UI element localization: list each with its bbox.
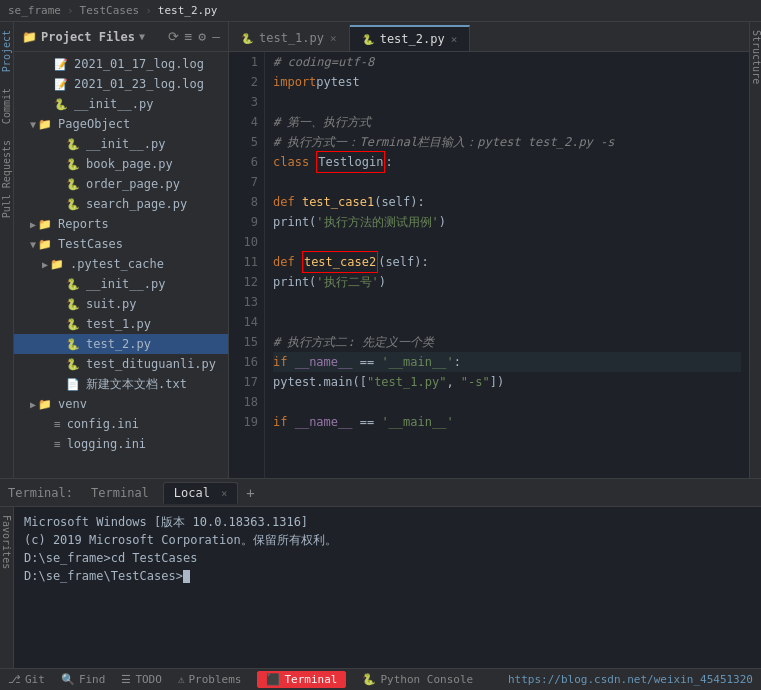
code-line-5[interactable]: # 执行方式一：Terminal栏目输入：pytest test_2.py -s bbox=[273, 132, 741, 152]
tab-test1[interactable]: 🐍 test_1.py × bbox=[229, 25, 350, 51]
code-line-1[interactable]: # coding=utf-8 bbox=[273, 52, 741, 72]
python-console-status[interactable]: 🐍 Python Console bbox=[362, 673, 473, 686]
tree-item-log1[interactable]: 📝2021_01_17_log.log bbox=[14, 54, 228, 74]
tab-test1-label: test_1.py bbox=[259, 31, 324, 45]
code-line-9[interactable]: print('执行方法的测试用例') bbox=[273, 212, 741, 232]
panel-tab-terminal[interactable]: Terminal bbox=[81, 483, 159, 503]
code-line-3[interactable] bbox=[273, 92, 741, 112]
terminal-status[interactable]: ⬛ Terminal bbox=[257, 671, 346, 688]
tree-arrow-pytest_cache: ▶ bbox=[42, 259, 48, 270]
tree-item-book[interactable]: 🐍book_page.py bbox=[14, 154, 228, 174]
code-line-4[interactable]: # 第一、执行方式 bbox=[273, 112, 741, 132]
line-numbers: 12345678910111213141516171819 bbox=[229, 52, 265, 478]
tree-item-config[interactable]: ≡config.ini bbox=[14, 414, 228, 434]
code-line-19[interactable]: if __name__ == '__main__' bbox=[273, 412, 741, 432]
code-line-18[interactable] bbox=[273, 392, 741, 412]
tree-item-test1[interactable]: 🐍test_1.py bbox=[14, 314, 228, 334]
todo-icon: ☰ bbox=[121, 673, 131, 686]
tree-item-search[interactable]: 🐍search_page.py bbox=[14, 194, 228, 214]
blog-url[interactable]: https://blog.csdn.net/weixin_45451320 bbox=[508, 673, 753, 686]
code-line-10[interactable] bbox=[273, 232, 741, 252]
project-tab[interactable]: Project bbox=[0, 22, 13, 80]
terminal-status-label: Terminal bbox=[284, 673, 337, 686]
sync-icon[interactable]: ⟳ bbox=[168, 29, 179, 44]
tree-item-init3[interactable]: 🐍__init__.py bbox=[14, 274, 228, 294]
py-icon-suit: 🐍 bbox=[66, 298, 80, 311]
breadcrumb-file[interactable]: test_2.py bbox=[158, 4, 218, 17]
tree-item-test2[interactable]: 🐍test_2.py bbox=[14, 334, 228, 354]
tree-label-config: config.ini bbox=[67, 417, 139, 431]
structure-tab[interactable]: Structure bbox=[750, 22, 761, 92]
py-icon-test_dit: 🐍 bbox=[66, 358, 80, 371]
tree-item-init1[interactable]: 🐍__init__.py bbox=[14, 94, 228, 114]
tab-test2[interactable]: 🐍 test_2.py × bbox=[350, 25, 471, 51]
find-status[interactable]: 🔍 Find bbox=[61, 673, 106, 686]
breadcrumb-se_frame[interactable]: se_frame bbox=[8, 4, 61, 17]
python-icon: 🐍 bbox=[362, 673, 376, 686]
code-line-7[interactable] bbox=[273, 172, 741, 192]
tab-test2-close[interactable]: × bbox=[451, 33, 458, 46]
add-terminal-button[interactable]: + bbox=[242, 485, 258, 501]
tab-test2-label: test_2.py bbox=[380, 32, 445, 46]
code-line-11[interactable]: def test_case2(self): bbox=[273, 252, 741, 272]
top-bar: se_frame › TestCases › test_2.py bbox=[0, 0, 761, 22]
tree-label-test_dit: test_dituguanli.py bbox=[86, 357, 216, 371]
tree-item-logging[interactable]: ≡logging.ini bbox=[14, 434, 228, 454]
code-line-6[interactable]: class Testlogin: bbox=[273, 152, 741, 172]
sort-icon[interactable]: ≡ bbox=[185, 29, 193, 44]
code-line-12[interactable]: print('执行二号') bbox=[273, 272, 741, 292]
pull-requests-tab[interactable]: Pull Requests bbox=[0, 132, 13, 226]
code-line-17[interactable]: pytest.main(["test_1.py", "-s"]) bbox=[273, 372, 741, 392]
breadcrumb-testcases[interactable]: TestCases bbox=[80, 4, 140, 17]
git-status[interactable]: ⎇ Git bbox=[8, 673, 45, 686]
close-sidebar-icon[interactable]: — bbox=[212, 29, 220, 44]
dropdown-icon[interactable]: ▼ bbox=[139, 31, 145, 42]
tree-item-suit[interactable]: 🐍suit.py bbox=[14, 294, 228, 314]
line-num-19: 19 bbox=[229, 412, 258, 432]
tree-item-venv[interactable]: ▶📁venv bbox=[14, 394, 228, 414]
tree-item-pytest_cache[interactable]: ▶📁.pytest_cache bbox=[14, 254, 228, 274]
code-content[interactable]: # coding=utf-8import pytest# 第一、执行方式# 执行… bbox=[265, 52, 749, 478]
line-num-8: 8 bbox=[229, 192, 258, 212]
local-tab-close[interactable]: × bbox=[221, 488, 227, 499]
tree-item-init2[interactable]: 🐍__init__.py bbox=[14, 134, 228, 154]
code-line-13[interactable] bbox=[273, 292, 741, 312]
terminal-tab-label: Terminal bbox=[91, 486, 149, 500]
py-icon-init2: 🐍 bbox=[66, 138, 80, 151]
sidebar-title: 📁 Project Files ▼ bbox=[22, 30, 145, 44]
panel-tab-local[interactable]: Local × bbox=[163, 482, 238, 504]
tree-item-newfile[interactable]: 📄新建文本文档.txt bbox=[14, 374, 228, 394]
code-line-15[interactable]: # 执行方式二: 先定义一个类 bbox=[273, 332, 741, 352]
terminal-content[interactable]: Microsoft Windows [版本 10.0.18363.1316](c… bbox=[14, 507, 761, 668]
tree-item-testcases[interactable]: ▼📁TestCases bbox=[14, 234, 228, 254]
tree-item-order[interactable]: 🐍order_page.py bbox=[14, 174, 228, 194]
left-vertical-tabs: Project Commit Pull Requests bbox=[0, 22, 14, 478]
code-line-14[interactable] bbox=[273, 312, 741, 332]
tree-label-log1: 2021_01_17_log.log bbox=[74, 57, 204, 71]
ini-icon-config: ≡ bbox=[54, 418, 61, 431]
code-line-8[interactable]: def test_case1(self): bbox=[273, 192, 741, 212]
options-icon[interactable]: ⚙ bbox=[198, 29, 206, 44]
git-icon: ⎇ bbox=[8, 673, 21, 686]
tab-test1-close[interactable]: × bbox=[330, 32, 337, 45]
problems-icon: ⚠ bbox=[178, 673, 185, 686]
todo-status[interactable]: ☰ TODO bbox=[121, 673, 162, 686]
log-icon-log2: 📝 bbox=[54, 78, 68, 91]
tree-arrow-testcases: ▼ bbox=[30, 239, 36, 250]
code-line-16[interactable]: ▶if __name__ == '__main__': bbox=[273, 352, 741, 372]
py-icon-search: 🐍 bbox=[66, 198, 80, 211]
favorites-tab[interactable]: Favorites bbox=[0, 507, 13, 577]
editor-area: 🐍 test_1.py × 🐍 test_2.py × 123456789101… bbox=[229, 22, 749, 478]
problems-status[interactable]: ⚠ Problems bbox=[178, 673, 242, 686]
tree-item-log2[interactable]: 📝2021_01_23_log.log bbox=[14, 74, 228, 94]
tree-item-reports[interactable]: ▶📁Reports bbox=[14, 214, 228, 234]
commit-tab[interactable]: Commit bbox=[0, 80, 13, 132]
ini-icon-logging: ≡ bbox=[54, 438, 61, 451]
tree-arrow-venv: ▶ bbox=[30, 399, 36, 410]
terminal-label: Terminal: bbox=[8, 486, 73, 500]
tree-item-pageobj[interactable]: ▼📁PageObject bbox=[14, 114, 228, 134]
tree-label-reports: Reports bbox=[58, 217, 109, 231]
line-num-13: 13 bbox=[229, 292, 258, 312]
code-line-2[interactable]: import pytest bbox=[273, 72, 741, 92]
tree-item-test_dit[interactable]: 🐍test_dituguanli.py bbox=[14, 354, 228, 374]
